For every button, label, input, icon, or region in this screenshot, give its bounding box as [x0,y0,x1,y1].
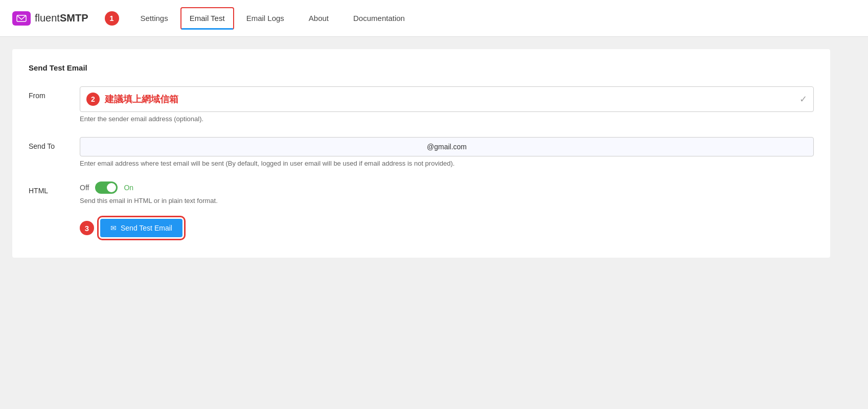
settings-nav-item-wrapper: 1 Settings [105,0,180,37]
main-content: Send Test Email From 2 建議填上網域信箱 ✓ Enter … [0,37,868,270]
from-field: 2 建議填上網域信箱 ✓ Enter the sender email addr… [80,86,814,123]
logo-smtp: SMTP [60,12,88,24]
from-input-wrapper: 2 建議填上網域信箱 ✓ [80,86,814,112]
off-label: Off [80,184,89,192]
send-button-field: 3 ✉ Send Test Email [80,219,814,237]
send-icon: ✉ [110,224,117,232]
logo-icon [12,11,31,26]
nav-item-documentation[interactable]: Documentation [341,0,417,37]
logo-text: fluentSMTP [35,12,88,24]
nav-item-email-test[interactable]: Email Test [180,7,234,30]
nav-badge-1: 1 [105,11,119,26]
logo: fluentSMTP [12,11,88,26]
send-to-field: Enter email address where test email wil… [80,137,814,167]
from-row: From 2 建議填上網域信箱 ✓ Enter the sender email… [29,86,814,123]
send-button-label-spacer [29,219,80,224]
html-field: Off On Send this email in HTML or in pla… [80,181,814,204]
logo-fluent: fluent [35,12,60,24]
send-to-label: Send To [29,137,80,150]
send-to-row: Send To Enter email address where test e… [29,137,814,167]
html-toggle[interactable] [95,181,118,194]
html-label: HTML [29,181,80,195]
send-to-input[interactable] [80,137,814,156]
nav-item-settings[interactable]: Settings [128,0,180,37]
send-btn-wrapper: 3 ✉ Send Test Email [80,219,814,237]
checkmark-icon: ✓ [800,94,807,105]
on-label: On [124,184,133,192]
send-test-email-button[interactable]: ✉ Send Test Email [100,219,182,237]
from-hint: Enter the sender email address (optional… [80,115,814,123]
from-badge: 2 [86,93,100,106]
nav-item-email-logs[interactable]: Email Logs [234,0,296,37]
toggle-row: Off On [80,181,814,194]
card-title: Send Test Email [29,63,814,72]
send-to-hint: Enter email address where test email wil… [80,160,814,167]
html-row: HTML Off On Send this email in HTML or i… [29,181,814,204]
send-badge: 3 [80,221,94,235]
nav-item-about[interactable]: About [296,0,341,37]
send-button-row: 3 ✉ Send Test Email [29,219,814,237]
send-button-text: Send Test Email [121,224,172,232]
main-nav: 1 Settings Email Test Email Logs About D… [105,0,417,36]
send-test-email-card: Send Test Email From 2 建議填上網域信箱 ✓ Enter … [12,49,830,258]
from-placeholder-text: 建議填上網域信箱 [105,87,800,111]
from-label: From [29,86,80,100]
html-hint: Send this email in HTML or in plain text… [80,197,814,204]
header: fluentSMTP 1 Settings Email Test Email L… [0,0,868,37]
